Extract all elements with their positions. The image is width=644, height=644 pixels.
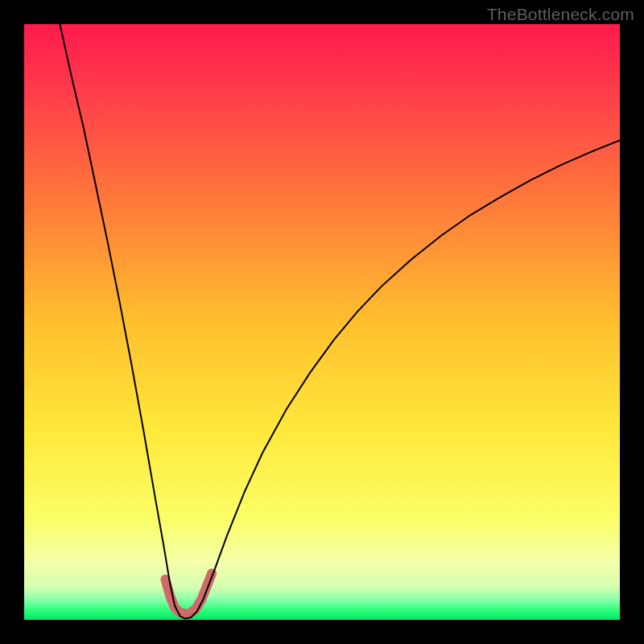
watermark-text: TheBottleneck.com [487,5,634,24]
chart-svg [24,24,620,620]
chart-background [24,24,620,620]
